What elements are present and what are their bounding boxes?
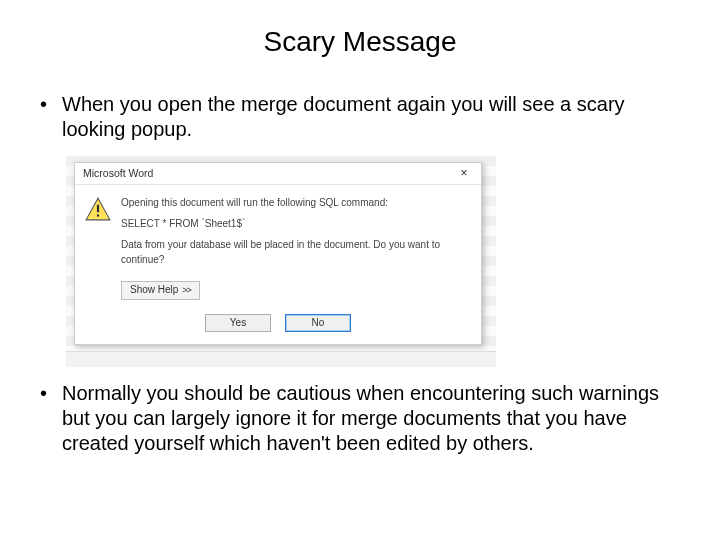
svg-rect-2 [97,214,99,216]
show-help-label: Show Help [130,284,178,297]
bullet-item: Normally you should be cautious when enc… [38,381,690,456]
background-app-strip: Microsoft Word × Opening this document w… [66,156,496,351]
slide-title: Scary Message [30,26,690,58]
dialog-titlebar: Microsoft Word × [75,163,481,185]
no-button[interactable]: No [285,314,351,333]
bullet-list: When you open the merge document again y… [30,92,690,456]
slide: Scary Message When you open the merge do… [0,0,720,540]
dialog-button-row: Yes No [75,308,481,345]
show-help-button[interactable]: Show Help [121,281,200,300]
bullet-item: When you open the merge document again y… [38,92,690,142]
yes-button[interactable]: Yes [205,314,271,333]
dialog-sql-line: SELECT * FROM `Sheet1$` [121,216,471,231]
svg-rect-1 [97,205,99,213]
close-icon[interactable]: × [447,163,481,185]
dialog-help-row: Show Help [75,279,481,308]
dialog-title: Microsoft Word [83,167,447,180]
background-footer-strip [66,351,496,367]
dialog-intro-line: Opening this document will run the follo… [121,195,471,210]
dialog-text: Opening this document will run the follo… [121,195,471,273]
screenshot-container: .bullets > li:nth-child(2)::before{conte… [38,156,690,367]
dialog-body: Opening this document will run the follo… [75,185,481,279]
dialog-screenshot: Microsoft Word × Opening this document w… [66,156,496,367]
dialog-question-line: Data from your database will be placed i… [121,237,471,267]
warning-triangle-icon [85,197,111,221]
word-sql-warning-dialog: Microsoft Word × Opening this document w… [74,162,482,345]
